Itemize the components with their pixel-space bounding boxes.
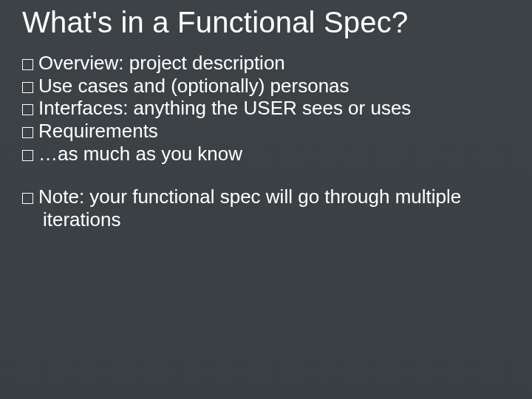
- bullet-group-main: Overview: project description Use cases …: [22, 52, 519, 165]
- list-item: Interfaces: anything the USER sees or us…: [22, 97, 519, 120]
- square-bullet-icon: [22, 150, 33, 161]
- slide: What's in a Functional Spec? Overview: p…: [0, 0, 532, 399]
- square-bullet-icon: [22, 127, 33, 138]
- bullet-text: Note: your functional spec will go throu…: [38, 185, 461, 231]
- bullet-text: Overview: project description: [38, 52, 285, 74]
- square-bullet-icon: [22, 104, 33, 115]
- list-item: Use cases and (optionally) personas: [22, 75, 519, 98]
- bullet-text: Requirements: [38, 120, 158, 142]
- bullet-group-note: Note: your functional spec will go throu…: [22, 185, 519, 231]
- bullet-text: …as much as you know: [38, 143, 242, 165]
- bullet-text: Use cases and (optionally) personas: [38, 75, 349, 97]
- square-bullet-icon: [22, 193, 33, 204]
- square-bullet-icon: [22, 82, 33, 93]
- slide-title: What's in a Functional Spec?: [22, 6, 519, 38]
- square-bullet-icon: [22, 59, 33, 70]
- bullet-text: Interfaces: anything the USER sees or us…: [38, 97, 411, 119]
- list-item: Requirements: [22, 120, 519, 143]
- list-item: Note: your functional spec will go throu…: [22, 185, 519, 231]
- list-item: Overview: project description: [22, 52, 519, 75]
- list-item: …as much as you know: [22, 143, 519, 166]
- slide-body: Overview: project description Use cases …: [22, 52, 519, 231]
